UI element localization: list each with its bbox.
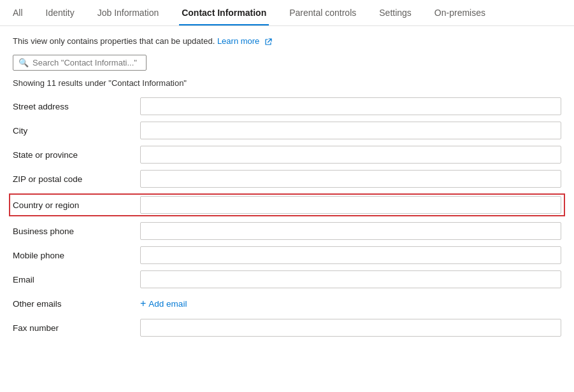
info-text-static: This view only contains properties that … xyxy=(13,36,215,46)
field-label-state-province: State or province xyxy=(13,150,140,160)
content-area: This view only contains properties that … xyxy=(0,26,574,353)
field-input-email[interactable] xyxy=(140,270,561,288)
tab-parental-controls[interactable]: Parental controls xyxy=(287,0,359,25)
field-input-zip-postal[interactable] xyxy=(140,170,561,188)
field-input-street-address[interactable] xyxy=(140,97,561,115)
tab-all[interactable]: All xyxy=(10,0,25,25)
learn-more-label: Learn more xyxy=(217,36,259,46)
search-icon: 🔍 xyxy=(18,58,29,67)
field-label-zip-postal: ZIP or postal code xyxy=(13,174,140,184)
field-input-fax-number[interactable] xyxy=(140,319,561,337)
add-email-label: Add email xyxy=(148,299,187,309)
plus-icon: + xyxy=(140,298,146,309)
external-link-icon xyxy=(264,38,272,46)
field-input-business-phone[interactable] xyxy=(140,222,561,240)
tab-contact-information[interactable]: Contact Information xyxy=(179,0,269,25)
form-row-street-address: Street address xyxy=(13,97,561,116)
field-label-mobile-phone: Mobile phone xyxy=(13,251,140,260)
tab-settings[interactable]: Settings xyxy=(377,0,414,25)
tabs-bar: AllIdentityJob InformationContact Inform… xyxy=(0,0,574,26)
form-row-fax-number: Fax number xyxy=(13,318,561,337)
field-label-city: City xyxy=(13,126,140,136)
field-input-state-province[interactable] xyxy=(140,146,561,164)
form-row-state-province: State or province xyxy=(13,145,561,164)
form-row-business-phone: Business phone xyxy=(13,221,561,241)
add-email-button[interactable]: +Add email xyxy=(140,298,187,309)
tab-job-information[interactable]: Job Information xyxy=(95,0,162,25)
form-row-zip-postal: ZIP or postal code xyxy=(13,169,561,188)
field-label-email: Email xyxy=(13,275,140,284)
learn-more-link[interactable]: Learn more xyxy=(217,36,272,46)
tab-identity[interactable]: Identity xyxy=(43,0,77,25)
form-row-city: City xyxy=(13,121,561,140)
results-label: Showing 11 results under "Contact Inform… xyxy=(13,78,561,88)
search-input[interactable] xyxy=(32,58,141,67)
form-row-email: Email xyxy=(13,270,561,289)
field-label-country-region: Country or region xyxy=(13,200,140,210)
field-label-street-address: Street address xyxy=(13,102,140,111)
field-input-mobile-phone[interactable] xyxy=(140,246,561,264)
field-label-fax-number: Fax number xyxy=(13,323,140,333)
search-box[interactable]: 🔍 xyxy=(13,55,147,71)
tab-on-premises[interactable]: On-premises xyxy=(432,0,488,25)
form-row-mobile-phone: Mobile phone xyxy=(13,246,561,265)
field-input-city[interactable] xyxy=(140,122,561,139)
form-row-country-region: Country or region xyxy=(9,193,565,216)
field-label-other-emails: Other emails xyxy=(13,299,140,309)
form-row-other-emails: Other emails+Add email xyxy=(13,294,561,313)
field-label-business-phone: Business phone xyxy=(13,227,140,236)
form-table: Street addressCityState or provinceZIP o… xyxy=(13,97,561,337)
field-input-country-region[interactable] xyxy=(140,196,561,214)
info-text: This view only contains properties that … xyxy=(13,36,561,46)
